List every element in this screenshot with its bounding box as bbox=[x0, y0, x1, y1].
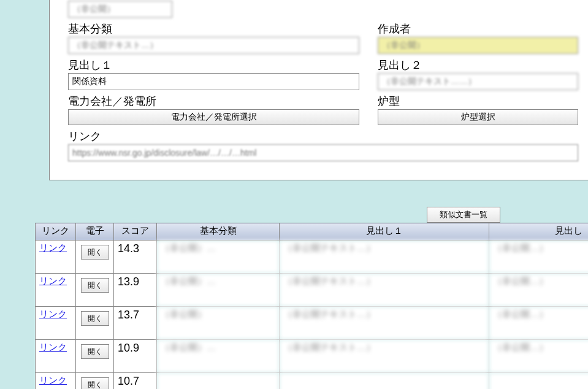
open-button[interactable]: 開く bbox=[81, 311, 109, 326]
score-cell: 10.9 bbox=[114, 340, 157, 373]
link-field-label: リンク bbox=[68, 129, 578, 144]
detail-form-panel: 基本分類 作成者 見出し１ 見出し２ 電力会社／発電所 電力会社／発電所選択 炉… bbox=[49, 0, 588, 180]
score-cell: 10.7 bbox=[114, 373, 157, 390]
heading2-cell: （非公開…） bbox=[489, 241, 589, 274]
row-link[interactable]: リンク bbox=[39, 342, 67, 352]
category-cell: （非公開） bbox=[157, 307, 280, 340]
th-denshi: 電子 bbox=[76, 223, 114, 241]
doc-id-input[interactable] bbox=[68, 1, 172, 18]
heading2-cell: （非公開…） bbox=[489, 307, 589, 340]
link-input[interactable] bbox=[68, 144, 578, 161]
heading1-cell: （非公開テキスト…） bbox=[280, 274, 489, 307]
heading1-cell: （非公開テキスト…） bbox=[280, 241, 489, 274]
open-button[interactable]: 開く bbox=[81, 344, 109, 359]
power-company-select-button[interactable]: 電力会社／発電所選択 bbox=[68, 109, 359, 125]
similar-docs-tab[interactable]: 類似文書一覧 bbox=[427, 207, 500, 223]
table-row: リンク開く10.9（非公開）…（非公開テキスト…）（非公開…） bbox=[36, 340, 589, 373]
th-score: スコア bbox=[114, 223, 157, 241]
row-link[interactable]: リンク bbox=[39, 375, 67, 385]
heading1-cell: （非公開テキスト…） bbox=[280, 307, 489, 340]
table-row: リンク開く13.7（非公開）（非公開テキスト…）（非公開…） bbox=[36, 307, 589, 340]
heading2-label: 見出し２ bbox=[378, 58, 578, 72]
reactor-type-select-button[interactable]: 炉型選択 bbox=[378, 109, 578, 125]
table-row: リンク開く10.7 bbox=[36, 373, 589, 390]
score-cell: 13.9 bbox=[114, 274, 157, 307]
th-heading1: 見出し１ bbox=[280, 223, 489, 241]
open-button[interactable]: 開く bbox=[81, 377, 109, 389]
similar-docs-table: リンク 電子 スコア 基本分類 見出し１ 見出し リンク開く14.3（非公開）…… bbox=[35, 223, 588, 389]
reactor-type-label: 炉型 bbox=[378, 94, 578, 109]
table-row: リンク開く13.9（非公開）…（非公開テキスト…）（非公開…） bbox=[36, 274, 589, 307]
heading2-cell: （非公開…） bbox=[489, 274, 589, 307]
row-link[interactable]: リンク bbox=[39, 309, 67, 319]
table-row: リンク開く14.3（非公開）…（非公開テキスト…）（非公開…） bbox=[36, 241, 589, 274]
category-cell: （非公開）… bbox=[157, 241, 280, 274]
open-button[interactable]: 開く bbox=[81, 278, 109, 293]
score-cell: 13.7 bbox=[114, 307, 157, 340]
heading1-input[interactable] bbox=[68, 73, 359, 90]
category-cell: （非公開）… bbox=[157, 274, 280, 307]
basic-category-label: 基本分類 bbox=[68, 21, 359, 36]
score-cell: 14.3 bbox=[114, 241, 157, 274]
heading1-cell: （非公開テキスト…） bbox=[280, 340, 489, 373]
author-input[interactable] bbox=[378, 37, 578, 54]
th-category: 基本分類 bbox=[157, 223, 280, 241]
heading2-cell: （非公開…） bbox=[489, 340, 589, 373]
basic-category-input[interactable] bbox=[68, 37, 359, 54]
heading1-label: 見出し１ bbox=[68, 58, 359, 72]
category-cell: （非公開）… bbox=[157, 340, 280, 373]
author-label: 作成者 bbox=[378, 21, 578, 36]
row-link[interactable]: リンク bbox=[39, 242, 67, 253]
open-button[interactable]: 開く bbox=[81, 245, 109, 260]
heading2-cell bbox=[489, 373, 589, 390]
similar-docs-table-wrap: リンク 電子 スコア 基本分類 見出し１ 見出し リンク開く14.3（非公開）…… bbox=[35, 223, 588, 389]
category-cell bbox=[157, 373, 280, 390]
row-link[interactable]: リンク bbox=[39, 275, 67, 286]
heading2-input[interactable] bbox=[378, 73, 578, 90]
th-heading2: 見出し bbox=[489, 223, 589, 241]
th-link: リンク bbox=[36, 223, 76, 241]
power-company-label: 電力会社／発電所 bbox=[68, 94, 359, 109]
heading1-cell bbox=[280, 373, 489, 390]
